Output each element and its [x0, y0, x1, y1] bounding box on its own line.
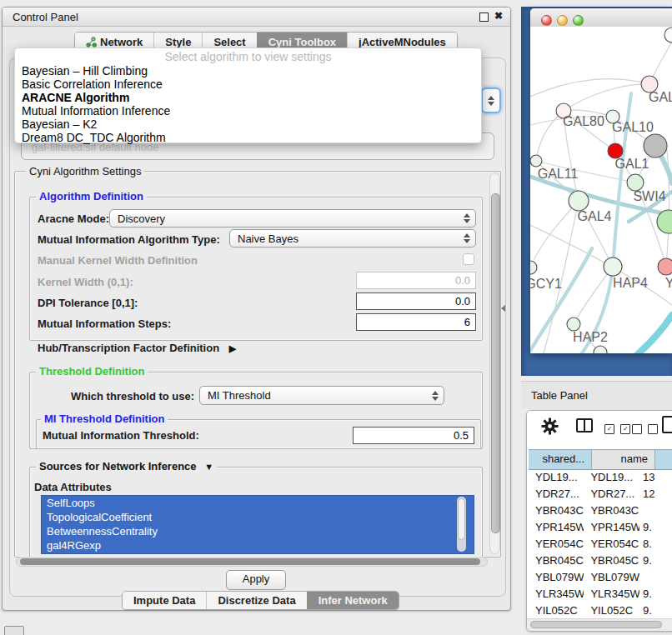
- network-canvas[interactable]: GALGAL80GAL10GAL1GAL11SWI4GAL4GCY1HAP4YH…: [530, 27, 672, 353]
- column-header-cut[interactable]: [655, 450, 672, 469]
- sources-group-title[interactable]: Sources for Network Inference ▼: [36, 461, 217, 472]
- table-cell[interactable]: YPR145W: [584, 519, 639, 536]
- checked-checkboxes-icon[interactable]: ✓ ✓: [604, 421, 630, 436]
- kernel-width-field[interactable]: [356, 272, 476, 289]
- table-row[interactable]: YBR043CYBR043C: [529, 502, 672, 519]
- table-row[interactable]: YPR145WYPR145W9.: [529, 519, 672, 536]
- table-cell[interactable]: YER054C: [584, 536, 639, 552]
- table-cell[interactable]: 9.: [639, 586, 672, 602]
- minimize-light[interactable]: [557, 15, 568, 26]
- algorithm-option-basic-correlation-inference[interactable]: Basic Correlation Inference: [15, 78, 481, 91]
- network-node[interactable]: [530, 155, 542, 167]
- table-cell[interactable]: YER054C: [529, 536, 584, 552]
- list-scrollbar-thumb[interactable]: [458, 498, 465, 540]
- table-horizontal-scrollbar[interactable]: [527, 618, 672, 631]
- table-cell[interactable]: YBR043C: [584, 502, 639, 519]
- splitter-collapse-arrow[interactable]: [501, 305, 505, 312]
- network-node[interactable]: [530, 261, 537, 274]
- table-cell[interactable]: YIL052C: [529, 602, 584, 619]
- network-node[interactable]: [569, 191, 589, 211]
- table-cell[interactable]: YLR345W: [584, 586, 639, 602]
- document-icon[interactable]: [662, 416, 672, 433]
- table-cell[interactable]: YDL19...: [529, 469, 584, 486]
- table-cell[interactable]: YLR345W: [529, 586, 584, 602]
- settings-horizontal-thumb[interactable]: [20, 558, 480, 565]
- table-row[interactable]: YBR045CYBR045C9.: [529, 552, 672, 569]
- data-attribute-item[interactable]: gal4RGexp: [42, 538, 474, 552]
- table-cell[interactable]: YBR045C: [529, 552, 584, 569]
- table-horizontal-thumb[interactable]: [530, 621, 662, 628]
- network-node[interactable]: [627, 174, 644, 191]
- table-cell[interactable]: [639, 502, 672, 519]
- table-row[interactable]: YBL079WYBL079W: [529, 569, 672, 586]
- network-node[interactable]: [658, 258, 672, 275]
- table-cell[interactable]: 8.: [639, 536, 672, 552]
- table-cell[interactable]: YDR27...: [584, 486, 639, 502]
- column-header-shared[interactable]: shared...: [529, 450, 592, 469]
- combo-stepper-focused[interactable]: [481, 88, 501, 113]
- show-columns-icon[interactable]: [576, 418, 593, 432]
- float-window-icon[interactable]: [479, 12, 489, 22]
- algorithm-option-aracne-algorithm[interactable]: ARACNE Algorithm: [15, 91, 481, 104]
- data-attribute-item[interactable]: TopologicalCoefficient: [42, 510, 474, 524]
- network-node[interactable]: [644, 134, 667, 158]
- table-cell[interactable]: YBL079W: [529, 569, 584, 586]
- table-row[interactable]: YLR345WYLR345W9.: [529, 586, 672, 602]
- network-node[interactable]: [604, 258, 622, 276]
- apply-button[interactable]: Apply: [226, 570, 286, 590]
- table-cell[interactable]: YIL052C: [584, 602, 639, 619]
- network-window-titlebar[interactable]: [530, 8, 672, 28]
- table-cell[interactable]: 9.: [639, 602, 672, 619]
- table-cell[interactable]: 9.: [639, 552, 672, 569]
- list-scrollbar[interactable]: [457, 497, 466, 552]
- hub-definition-expander[interactable]: Hub/Transcription Factor Definition ▶: [38, 342, 236, 354]
- table-row[interactable]: YDL19...YDL19...13: [529, 469, 672, 486]
- mi-algorithm-type-combo[interactable]: Naive Bayes: [229, 229, 476, 248]
- table-cell[interactable]: YBL079W: [584, 569, 639, 586]
- data-attributes-list[interactable]: SelfLoopsTopologicalCoefficientBetweenne…: [41, 495, 474, 554]
- table-row[interactable]: YER054CYER054C8.: [529, 536, 672, 552]
- network-node[interactable]: [664, 28, 672, 42]
- algorithm-option-mutual-information-inference[interactable]: Mutual Information Inference: [15, 104, 481, 118]
- column-header-name[interactable]: name: [592, 450, 655, 469]
- table-cell[interactable]: YPR145W: [529, 519, 584, 536]
- table-cell[interactable]: [639, 569, 672, 586]
- tab-discretize-data[interactable]: Discretize Data: [206, 592, 306, 609]
- settings-horizontal-scrollbar[interactable]: [16, 557, 488, 567]
- table-cell[interactable]: 13: [639, 469, 672, 486]
- settings-vertical-scrollbar[interactable]: [489, 172, 500, 554]
- table-cell[interactable]: YDL19...: [584, 469, 639, 486]
- algorithm-option-dream8-dc-tdc-algorithm[interactable]: Dream8 DC_TDC Algorithm: [15, 131, 481, 144]
- control-panel-titlebar[interactable]: Control Panel ✖: [3, 8, 510, 27]
- network-node[interactable]: [594, 346, 607, 353]
- algorithm-option-bayesian-k2[interactable]: Bayesian – K2: [15, 118, 481, 131]
- table-cell[interactable]: 9.: [639, 519, 672, 536]
- close-icon[interactable]: ✖: [494, 10, 503, 22]
- table-cell[interactable]: 12: [639, 486, 672, 502]
- tab-label: Select: [213, 36, 245, 48]
- close-light[interactable]: [541, 15, 552, 26]
- table-row[interactable]: YIL052CYIL052C9.: [529, 602, 672, 619]
- unchecked-checkboxes-icon[interactable]: [632, 421, 658, 436]
- algorithm-option-bayesian-hill-climbing[interactable]: Bayesian – Hill Climbing: [15, 64, 481, 78]
- aracne-mode-combo[interactable]: Discovery: [109, 209, 476, 228]
- bottom-left-widget[interactable]: [4, 626, 24, 635]
- mi-threshold-field[interactable]: [353, 427, 474, 444]
- dpi-tolerance-field[interactable]: [356, 292, 476, 310]
- mi-threshold-label: Mutual Information Threshold:: [43, 429, 199, 442]
- table-row[interactable]: YDR27...YDR27...12: [529, 486, 672, 502]
- table-cell[interactable]: YDR27...: [529, 486, 584, 502]
- tab-impute-data[interactable]: Impute Data: [123, 592, 206, 609]
- tab-infer-network[interactable]: Infer Network: [307, 592, 399, 609]
- which-threshold-combo[interactable]: MI Threshold: [199, 386, 444, 405]
- table-cell[interactable]: YBR043C: [529, 502, 584, 519]
- maximize-light[interactable]: [573, 15, 584, 26]
- manual-kernel-width-checkbox[interactable]: [463, 253, 474, 265]
- network-node[interactable]: [567, 318, 580, 331]
- table-cell[interactable]: YBR045C: [584, 552, 639, 569]
- data-attribute-item[interactable]: SelfLoops: [42, 496, 474, 510]
- data-attribute-item[interactable]: BetweennessCentrality: [42, 524, 474, 538]
- settings-vertical-thumb[interactable]: [491, 193, 500, 533]
- mi-steps-field[interactable]: [356, 313, 476, 331]
- gear-icon[interactable]: [541, 418, 559, 435]
